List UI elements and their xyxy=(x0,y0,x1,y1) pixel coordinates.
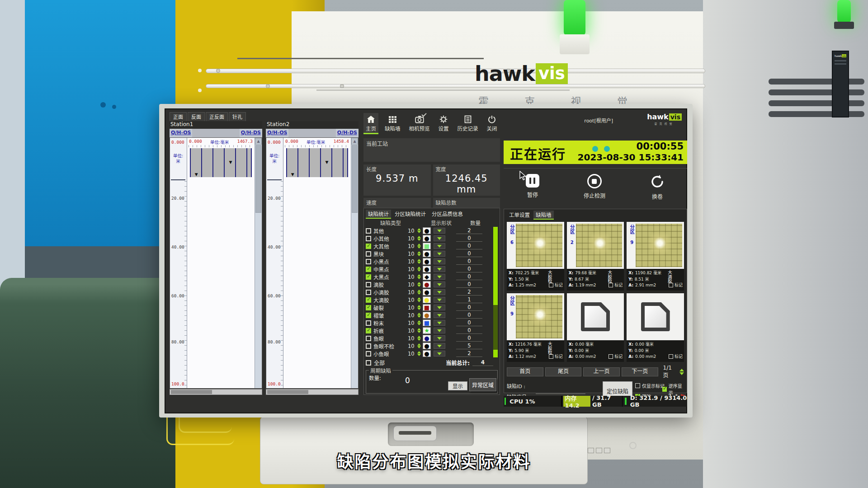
stats-scrollbar[interactable] xyxy=(493,227,498,357)
stop-detect-button[interactable]: 停止检测 xyxy=(584,174,605,206)
shape-dropdown[interactable] xyxy=(434,328,445,333)
defect-card[interactable]: 分区 2 X:79.68 毫米 Y:8.67 米 A:1.19 mm2 大胶粒 … xyxy=(567,222,624,291)
mark-checkbox[interactable] xyxy=(669,283,673,287)
defect-card[interactable]: X:0.00 毫米 Y:0.00 米 A:0.00 mm2 标记 xyxy=(627,293,684,362)
all-checkbox[interactable] xyxy=(366,360,371,366)
shape-dropdown[interactable] xyxy=(434,274,445,280)
station-horizontal-scrollbar[interactable] xyxy=(266,389,359,395)
size-spinner[interactable] xyxy=(417,235,421,241)
abnormal-area-button[interactable]: 异常区域 xyxy=(469,378,496,391)
nav-close[interactable]: 关闭 xyxy=(485,113,500,134)
size-spinner[interactable] xyxy=(417,282,421,287)
shape-dropdown[interactable] xyxy=(434,228,445,234)
page-button[interactable]: 首页 xyxy=(507,367,543,376)
page-button[interactable]: 尾页 xyxy=(545,367,582,376)
size-spinner[interactable] xyxy=(417,335,421,341)
defect-card[interactable]: 分区 9 X:1190.82 毫米 Y:8.51 米 A:2.91 mm2 大滴… xyxy=(627,222,684,291)
shape-dropdown[interactable] xyxy=(434,335,445,341)
size-spinner[interactable] xyxy=(417,312,421,318)
size-spinner[interactable] xyxy=(417,243,421,249)
reverse-checkbox[interactable] xyxy=(662,387,667,392)
defect-type-checkbox[interactable] xyxy=(366,305,371,310)
change-roll-button[interactable]: 换卷 xyxy=(650,174,665,206)
defect-type-checkbox[interactable] xyxy=(366,336,371,341)
size-spinner[interactable] xyxy=(417,266,421,272)
defect-type-checkbox[interactable] xyxy=(366,297,371,303)
shape-dropdown[interactable] xyxy=(434,282,445,287)
station-vertical-scrollbar[interactable]: ▲ xyxy=(351,138,358,388)
size-spinner[interactable] xyxy=(417,328,421,333)
mark-checkbox[interactable] xyxy=(549,354,553,359)
show-button[interactable]: 显示 xyxy=(448,381,467,390)
size-spinner[interactable] xyxy=(417,228,421,234)
shape-dropdown[interactable] xyxy=(434,312,445,318)
defect-type-checkbox[interactable] xyxy=(366,228,371,234)
defect-card[interactable]: 分区 9 X:1216.76 毫米 Y:5.90 米 A:1.12 mm2 大胶… xyxy=(507,293,564,362)
defect-type-checkbox[interactable] xyxy=(366,313,371,318)
defect-card[interactable]: 分区 6 X:702.25 毫米 Y:1.50 米 A:1.25 mm2 大胶粒… xyxy=(507,222,564,291)
defect-type-checkbox[interactable] xyxy=(366,320,371,326)
scrollbar-thumb[interactable] xyxy=(352,145,358,213)
defect-type-checkbox[interactable] xyxy=(366,267,371,272)
shape-dropdown[interactable] xyxy=(434,266,445,272)
size-spinner[interactable] xyxy=(417,320,421,326)
nav-home[interactable]: 主页 xyxy=(363,113,378,134)
page-button[interactable]: 下一页 xyxy=(622,367,658,376)
arrow-up-icon[interactable] xyxy=(679,369,684,371)
defect-type-checkbox[interactable] xyxy=(366,343,371,349)
defect-map-chart[interactable]: 0.000 单位:毫米 1467.3 ▼ ▼ xyxy=(187,138,255,388)
mark-checkbox[interactable] xyxy=(549,283,553,287)
only-marked-checkbox[interactable] xyxy=(635,383,640,388)
shape-dropdown[interactable] xyxy=(434,351,445,357)
shape-dropdown[interactable] xyxy=(434,243,445,249)
shape-dropdown[interactable] xyxy=(434,343,445,349)
stats-tab[interactable]: 分区缺陷统计 xyxy=(392,210,428,219)
shape-dropdown[interactable] xyxy=(434,297,445,303)
size-spinner[interactable] xyxy=(417,274,421,280)
page-button[interactable]: 上一页 xyxy=(583,367,620,376)
scrollbar-thumb[interactable] xyxy=(171,390,212,394)
scrollbar-up-icon[interactable]: ▲ xyxy=(255,138,262,145)
size-spinner[interactable] xyxy=(417,258,421,264)
defect-type-checkbox[interactable] xyxy=(366,251,371,257)
scrollbar-thumb[interactable] xyxy=(255,145,261,213)
size-spinner[interactable] xyxy=(417,351,421,357)
scrollbar-thumb[interactable] xyxy=(267,390,308,394)
nav-history[interactable]: 历史记录 xyxy=(455,113,481,134)
arrow-down-icon[interactable] xyxy=(679,372,684,375)
mark-checkbox[interactable] xyxy=(669,354,673,359)
defect-card[interactable]: X:0.00 毫米 Y:0.00 米 A:0.00 mm2 标记 xyxy=(567,293,624,362)
station-vertical-scrollbar[interactable]: ▲ xyxy=(255,138,262,388)
shape-dropdown[interactable] xyxy=(434,305,445,310)
size-spinner[interactable] xyxy=(417,343,421,349)
station-horizontal-scrollbar[interactable] xyxy=(170,389,262,395)
page-arrows[interactable] xyxy=(679,369,684,375)
shape-dropdown[interactable] xyxy=(434,320,445,326)
shape-dropdown[interactable] xyxy=(434,235,445,241)
defect-type-checkbox[interactable] xyxy=(366,351,371,357)
size-spinner[interactable] xyxy=(417,251,421,257)
wall-tab[interactable]: 工单设置 xyxy=(507,211,532,220)
size-spinner[interactable] xyxy=(417,289,421,295)
defect-type-checkbox[interactable] xyxy=(366,328,371,333)
mark-checkbox[interactable] xyxy=(609,354,613,359)
nav-camera-preview[interactable]: 相机预览 xyxy=(407,113,432,134)
scrollbar-up-icon[interactable]: ▲ xyxy=(351,138,358,145)
mark-checkbox[interactable] xyxy=(609,283,613,287)
defect-type-checkbox[interactable] xyxy=(366,244,371,249)
nav-settings[interactable]: 设置 xyxy=(436,113,451,134)
wall-tab[interactable]: 缺陷墙 xyxy=(533,211,554,220)
size-spinner[interactable] xyxy=(417,305,421,310)
defect-id-input[interactable] xyxy=(536,388,585,394)
stats-tab[interactable]: 缺陷统计 xyxy=(366,210,391,219)
stats-tab[interactable]: 分区品质信息 xyxy=(429,210,465,219)
defect-map-chart[interactable]: 0.000 单位:毫米 1458.4 ▼ ▼ xyxy=(283,138,351,388)
shape-dropdown[interactable] xyxy=(434,251,445,257)
defect-type-checkbox[interactable] xyxy=(366,236,371,241)
shape-dropdown[interactable] xyxy=(434,289,445,295)
nav-defect-wall[interactable]: 缺陷墙 xyxy=(382,113,403,134)
defect-type-checkbox[interactable] xyxy=(366,290,371,295)
defect-type-checkbox[interactable] xyxy=(366,259,371,264)
defect-type-checkbox[interactable] xyxy=(366,282,371,287)
defect-type-checkbox[interactable] xyxy=(366,274,371,280)
